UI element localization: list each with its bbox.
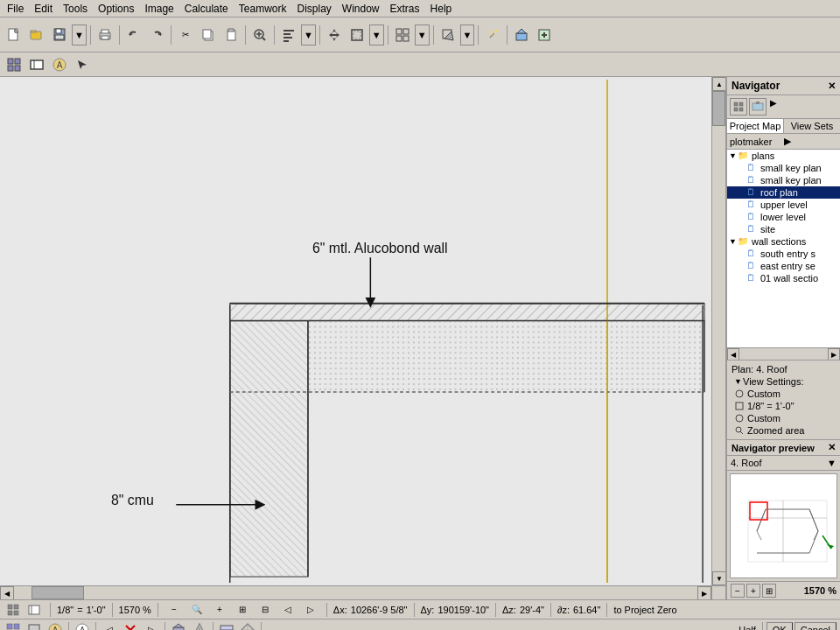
wand-button[interactable]: 🪄 [482, 24, 503, 46]
tree-item-plans-folder[interactable]: ▼ 📁 plans [727, 150, 840, 162]
paste-button[interactable] [220, 24, 242, 46]
preview-dropdown[interactable]: ▼ [827, 458, 836, 468]
setting-custom-1[interactable]: Custom [732, 388, 836, 400]
nav-arrow-icon[interactable]: ▶ [770, 98, 777, 116]
align-dropdown[interactable]: ▼ [301, 24, 316, 46]
nav-map-icon[interactable] [749, 98, 766, 116]
bb-icon2[interactable] [24, 621, 44, 631]
bb-icon7[interactable] [217, 621, 236, 631]
zoom-pct-btn[interactable]: 🔍 [187, 601, 206, 619]
preview-canvas[interactable] [730, 473, 837, 578]
folder-expand-wall-sections[interactable]: ▼ [729, 237, 738, 246]
scroll-thumb-h[interactable] [32, 586, 84, 599]
tree-item-small-key-plan-1[interactable]: 🗒 small key plan [727, 162, 840, 174]
navigator-close[interactable]: ✕ [828, 80, 836, 92]
menu-teamwork[interactable]: Teamwork [234, 1, 292, 17]
preview-zoom-in[interactable]: + [746, 584, 760, 598]
scroll-track-h[interactable] [14, 586, 697, 599]
menu-tools[interactable]: Tools [58, 1, 93, 17]
menu-window[interactable]: Window [337, 1, 385, 17]
cut-button[interactable]: ✂ [175, 24, 196, 46]
bb-icon8[interactable] [238, 621, 257, 631]
preview-zoom-fit[interactable]: ⊞ [762, 584, 776, 598]
bb-icon3[interactable]: A [46, 621, 65, 631]
zoom-extent-btn[interactable]: ⊟ [256, 601, 275, 619]
action2-button[interactable] [534, 24, 555, 46]
zoom-next-btn[interactable]: ▷ [301, 601, 320, 619]
tree-item-roof-plan[interactable]: 🗒 roof plan [727, 186, 840, 199]
vertical-scrollbar[interactable]: ▲ ▼ [711, 77, 725, 585]
resize-button[interactable] [438, 24, 458, 46]
menu-image[interactable]: Image [139, 1, 178, 17]
undo-button[interactable] [123, 24, 144, 46]
view-settings-row[interactable]: ▼ View Settings: [732, 375, 836, 388]
canvas[interactable]: 6" mtl. Alucobond wall 8" cmu [0, 77, 711, 585]
copy-button[interactable] [198, 24, 219, 46]
nav-home-icon[interactable] [730, 98, 747, 116]
zoom-in-button[interactable] [249, 24, 270, 46]
zoom-out-btn[interactable]: − [164, 601, 184, 619]
bb-arrow-next[interactable]: ▷ [142, 621, 161, 631]
tree-item-wall-sections-folder[interactable]: ▼ 📁 wall sections [727, 235, 840, 248]
view-button1[interactable] [4, 54, 24, 75]
menu-edit[interactable]: Edit [29, 1, 58, 17]
setting-zoomed-area[interactable]: Zoomed area [732, 424, 836, 437]
status-icon1[interactable] [4, 601, 23, 619]
scroll-left-button[interactable]: ◀ [0, 586, 14, 599]
tree-item-east-entry[interactable]: 🗒 east entry se [727, 260, 840, 272]
drawing-area[interactable]: 6" mtl. Alucobond wall 8" cmu [0, 77, 726, 599]
nav-scroll-left[interactable]: ◀ [727, 348, 739, 360]
tab-view-sets[interactable]: View Sets [784, 119, 840, 133]
status-icon2[interactable] [24, 601, 44, 619]
tab-project-map[interactable]: Project Map [727, 119, 784, 133]
nav-scroll-track[interactable] [739, 348, 828, 360]
menu-options[interactable]: Options [93, 1, 139, 17]
arrow-tool[interactable] [72, 54, 93, 75]
tree-item-small-key-plan-2[interactable]: 🗒 small key plan [727, 174, 840, 186]
scroll-track-v[interactable] [712, 91, 725, 571]
preview-zoom-out[interactable]: − [731, 584, 745, 598]
menu-file[interactable]: File [2, 1, 29, 17]
frame-button[interactable] [346, 24, 368, 46]
zoom-fit-btn[interactable]: ⊞ [233, 601, 252, 619]
tree-item-01-wall[interactable]: 🗒 01 wall sectio [727, 272, 840, 284]
save-button[interactable] [49, 24, 70, 46]
bb-arrow-cancel[interactable] [121, 621, 140, 631]
group-button[interactable] [392, 24, 413, 46]
ok-button[interactable]: OK [766, 622, 793, 631]
nav-scroll-right[interactable]: ▶ [828, 348, 840, 360]
save-dropdown[interactable]: ▼ [72, 24, 87, 46]
view-button2[interactable] [26, 54, 47, 75]
bb-icon5[interactable] [169, 621, 188, 631]
nav-hscroll[interactable]: ◀ ▶ [727, 347, 840, 360]
preview-close[interactable]: ✕ [828, 442, 836, 453]
view-settings-arrow[interactable]: ▼ [734, 377, 743, 386]
scroll-up-button[interactable]: ▲ [712, 77, 726, 91]
tree-item-site[interactable]: 🗒 site [727, 223, 840, 235]
setting-scale[interactable]: 1/8" = 1'-0" [732, 400, 836, 412]
frame-dropdown[interactable]: ▼ [369, 24, 384, 46]
scroll-thumb-v[interactable] [712, 91, 725, 126]
tree-item-lower-level[interactable]: 🗒 lower level [727, 211, 840, 223]
align-button[interactable] [278, 24, 299, 46]
scroll-down-button[interactable]: ▼ [712, 571, 726, 585]
menu-display[interactable]: Display [291, 1, 336, 17]
horizontal-scrollbar[interactable]: ◀ ▶ [0, 585, 711, 599]
new-button[interactable] [4, 24, 24, 46]
action1-button[interactable] [511, 24, 532, 46]
zoom-prev-btn[interactable]: ◁ [278, 601, 298, 619]
pencil-tool[interactable]: A [49, 54, 70, 75]
menu-help[interactable]: Help [425, 1, 458, 17]
redo-button[interactable] [146, 24, 167, 46]
tree-item-south-entry[interactable]: 🗒 south entry s [727, 248, 840, 260]
bb-icon4[interactable]: A [73, 621, 92, 631]
open-button[interactable] [26, 24, 47, 46]
bb-icon6[interactable] [190, 621, 209, 631]
resize-dropdown[interactable]: ▼ [460, 24, 475, 46]
nav-dropdown[interactable]: plotmaker ▶ [727, 134, 840, 150]
folder-expand-plans[interactable]: ▼ [729, 151, 738, 160]
bb-arrow-prev[interactable]: ◁ [100, 621, 119, 631]
group-dropdown[interactable]: ▼ [415, 24, 430, 46]
tree-item-upper-level[interactable]: 🗒 upper level [727, 199, 840, 211]
menu-calculate[interactable]: Calculate [179, 1, 234, 17]
